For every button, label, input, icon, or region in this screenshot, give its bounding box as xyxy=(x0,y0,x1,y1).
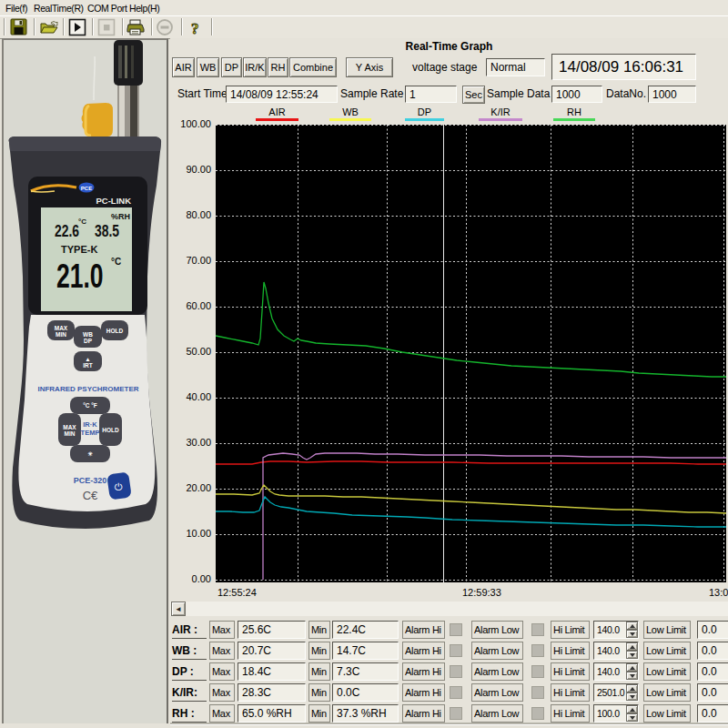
svg-text:HOLD: HOLD xyxy=(102,427,119,433)
svg-text:°C °F: °C °F xyxy=(83,402,97,409)
svg-text:PC-LINK: PC-LINK xyxy=(96,196,131,206)
svg-text:MAX: MAX xyxy=(63,424,76,430)
svg-text:21.0: 21.0 xyxy=(56,258,104,296)
svg-text:PCE-320: PCE-320 xyxy=(74,476,107,485)
svg-text:°C: °C xyxy=(78,217,86,226)
svg-text:TYPE-K: TYPE-K xyxy=(61,244,97,255)
svg-text:HOLD: HOLD xyxy=(106,328,124,334)
svg-text:MIN: MIN xyxy=(56,331,66,338)
svg-text:MAX: MAX xyxy=(55,325,68,331)
svg-text:☀: ☀ xyxy=(87,450,93,457)
svg-text:C€: C€ xyxy=(83,489,98,502)
svg-text:IRT: IRT xyxy=(83,362,93,369)
svg-text:°C: °C xyxy=(111,257,121,267)
svg-text:%RH: %RH xyxy=(111,212,130,221)
svg-text:?: ? xyxy=(191,20,199,37)
svg-text:▲: ▲ xyxy=(85,356,90,362)
svg-text:INFRARED PSYCHROMETER: INFRARED PSYCHROMETER xyxy=(37,385,138,393)
svg-text:TEMP: TEMP xyxy=(81,429,100,437)
svg-text:IR·K: IR·K xyxy=(83,420,97,429)
svg-text:DP: DP xyxy=(84,338,93,344)
svg-text:⏻: ⏻ xyxy=(115,481,123,492)
svg-text:WB: WB xyxy=(83,331,93,338)
svg-text:PCE: PCE xyxy=(81,186,92,191)
svg-text:22.6: 22.6 xyxy=(55,221,79,241)
svg-text:38.5: 38.5 xyxy=(95,221,119,241)
svg-text:MIN: MIN xyxy=(65,430,76,437)
